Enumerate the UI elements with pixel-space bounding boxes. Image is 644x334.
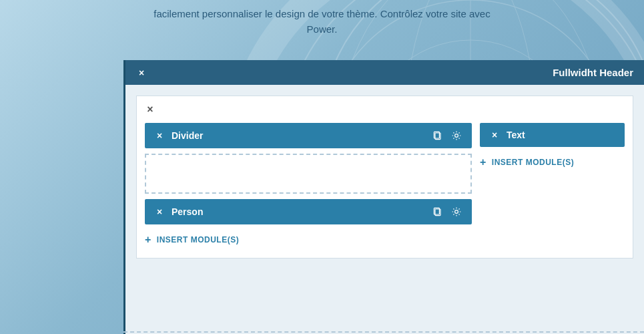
divider-gear-icon[interactable] xyxy=(450,130,462,142)
divider-close-icon[interactable]: × xyxy=(154,130,165,141)
outer-panel-header: × Fullwidht Header xyxy=(125,60,644,85)
outer-panel-close-icon[interactable]: × xyxy=(136,67,147,78)
person-copy-icon[interactable] xyxy=(432,206,444,218)
outer-panel: × Fullwidht Header × × Divider xyxy=(123,60,644,334)
intro-text: facilement personnaliser le design de vo… xyxy=(0,0,644,43)
inner-panel-close-row: × xyxy=(145,104,625,115)
svg-point-9 xyxy=(455,134,458,138)
person-close-icon[interactable]: × xyxy=(154,206,165,217)
text-module-bar: × Text xyxy=(480,123,625,147)
divider-label: Divider xyxy=(172,130,432,141)
insert-module-left-button[interactable]: + INSERT MODULE(S) xyxy=(145,230,472,250)
insert-plus-icon: + xyxy=(145,234,151,246)
right-column: × Text + INSERT MODULE(S) xyxy=(480,123,625,172)
text-label: Text xyxy=(507,130,615,140)
svg-point-12 xyxy=(455,210,458,214)
left-column: × Divider xyxy=(145,123,472,250)
insert-module-right-button[interactable]: + INSERT MODULE(S) xyxy=(480,152,625,172)
divider-module-bar: × Divider xyxy=(145,123,472,148)
inner-panel-close-icon[interactable]: × xyxy=(145,104,155,115)
insert-module-right-label: INSERT MODULE(S) xyxy=(492,158,574,167)
outer-panel-title: Fullwidht Header xyxy=(553,67,633,78)
divider-actions xyxy=(432,130,462,142)
modules-row: × Divider xyxy=(145,123,625,250)
divider-copy-icon[interactable] xyxy=(432,130,444,142)
person-module-bar: × Person xyxy=(145,199,472,224)
outer-panel-body: × × Divider xyxy=(125,85,644,334)
person-actions xyxy=(432,206,462,218)
insert-module-left-label: INSERT MODULE(S) xyxy=(157,235,239,244)
placeholder-box xyxy=(145,154,472,194)
bottom-separator xyxy=(123,331,644,334)
text-close-icon[interactable]: × xyxy=(489,130,500,140)
inner-panel: × × Divider xyxy=(136,96,633,259)
person-label: Person xyxy=(172,206,432,217)
insert-plus-right-icon: + xyxy=(480,156,487,168)
person-gear-icon[interactable] xyxy=(450,206,462,218)
